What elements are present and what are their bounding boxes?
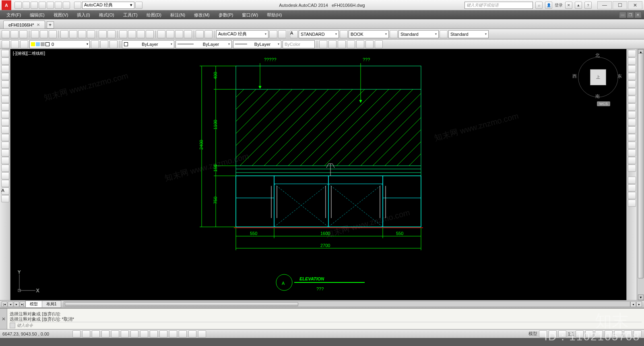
viewcube-east[interactable]: 东 bbox=[617, 73, 622, 79]
array-tool-icon[interactable] bbox=[628, 80, 636, 88]
tab-first-icon[interactable]: |◂ bbox=[2, 301, 7, 307]
tool-mlstyle-icon[interactable] bbox=[440, 30, 448, 38]
tool-cut-icon[interactable] bbox=[60, 30, 68, 38]
viewcube-face[interactable]: 上 bbox=[590, 69, 606, 85]
break-tool-icon[interactable] bbox=[628, 134, 636, 141]
tool-tablestyle-icon[interactable] bbox=[390, 30, 398, 38]
tpy-toggle-icon[interactable] bbox=[169, 330, 177, 338]
workspace-gear-icon[interactable] bbox=[74, 2, 81, 9]
gradient-tool-icon[interactable] bbox=[1, 165, 9, 172]
ucs-icon[interactable] bbox=[319, 40, 327, 48]
viewcube-north[interactable]: 北 bbox=[595, 52, 600, 58]
tool-props-icon[interactable] bbox=[157, 30, 165, 38]
layer-states-icon[interactable] bbox=[11, 40, 19, 48]
menu-edit[interactable]: 编辑(E) bbox=[26, 11, 49, 19]
textstyle-combo[interactable]: STANDARD▾ bbox=[299, 30, 339, 38]
layer-match-icon[interactable] bbox=[109, 40, 118, 48]
extend-tool-icon[interactable] bbox=[628, 126, 636, 134]
minimize-button[interactable]: — bbox=[597, 1, 612, 9]
qat-undo-icon[interactable] bbox=[55, 2, 62, 9]
rotate-tool-icon[interactable] bbox=[628, 96, 636, 103]
horizontal-scrollbar[interactable] bbox=[64, 301, 630, 307]
menu-view[interactable]: 视图(V) bbox=[50, 11, 72, 19]
ellipsearc-tool-icon[interactable] bbox=[1, 126, 9, 134]
drawing-canvas[interactable]: [-][俯视][二维线框] bbox=[10, 49, 626, 300]
tablestyle-combo[interactable]: Standard▾ bbox=[398, 30, 439, 38]
ucs-world-icon[interactable] bbox=[328, 40, 336, 48]
ucs-obj-icon[interactable] bbox=[356, 40, 364, 48]
point-tool-icon[interactable] bbox=[1, 149, 9, 157]
workspace-combo-2[interactable]: AutoCAD 经典▾ bbox=[216, 30, 268, 38]
ucs-icon-display[interactable]: YX bbox=[15, 270, 39, 295]
tool-copy-icon[interactable] bbox=[69, 30, 77, 38]
tool-zoomprev-icon[interactable] bbox=[137, 30, 145, 38]
chamfer-tool-icon[interactable] bbox=[628, 149, 636, 157]
color-combo[interactable]: ByLayer▾ bbox=[122, 40, 174, 48]
view-cube[interactable]: 上 北 南 西 东 bbox=[574, 53, 622, 101]
osnap-toggle-icon[interactable] bbox=[111, 330, 119, 338]
layer-prev-icon[interactable] bbox=[91, 40, 99, 48]
tool-paste-icon[interactable] bbox=[78, 30, 86, 38]
trim-tool-icon[interactable] bbox=[628, 119, 636, 126]
tool-tp-icon[interactable] bbox=[175, 30, 183, 38]
qat-open-icon[interactable] bbox=[23, 2, 30, 9]
model-space-label[interactable]: 模型 bbox=[528, 331, 537, 337]
explode-tool-icon[interactable] bbox=[628, 165, 636, 172]
osnap3d-toggle-icon[interactable] bbox=[121, 330, 129, 338]
tool-preview-icon[interactable] bbox=[40, 30, 48, 38]
coordinates-display[interactable]: 6647.23, 9043.50 , 0.00 bbox=[2, 332, 71, 336]
vertical-scrollbar[interactable]: ▲ ▼ bbox=[637, 49, 644, 300]
plotstyle-combo[interactable]: ByColor bbox=[283, 40, 315, 48]
stretch-tool-icon[interactable] bbox=[628, 111, 636, 118]
exchange-icon[interactable]: ✕ bbox=[565, 2, 572, 9]
qat-print-icon[interactable] bbox=[47, 2, 54, 9]
command-input[interactable]: 键入命令 bbox=[17, 323, 642, 328]
circle-tool-icon[interactable] bbox=[1, 96, 9, 103]
cmd-close-icon[interactable]: ✕ bbox=[0, 309, 7, 329]
hatch-tool-icon[interactable] bbox=[1, 157, 9, 164]
tool-ws-icon[interactable] bbox=[269, 30, 277, 38]
ucs-face-icon[interactable] bbox=[347, 40, 355, 48]
snap-toggle-icon[interactable] bbox=[72, 330, 80, 338]
viewcube-west[interactable]: 西 bbox=[572, 73, 577, 79]
tool-textstyle-icon[interactable]: A bbox=[290, 30, 298, 38]
ortho-toggle-icon[interactable] bbox=[92, 330, 100, 338]
tool-zoomwin-icon[interactable] bbox=[146, 30, 154, 38]
tool-publish-icon[interactable] bbox=[49, 30, 57, 38]
new-tab-button[interactable]: + bbox=[47, 21, 54, 29]
addselected-tool-icon[interactable] bbox=[1, 195, 9, 202]
tool-ssm-icon[interactable] bbox=[184, 30, 192, 38]
maximize-button[interactable]: ☐ bbox=[613, 1, 627, 9]
offset-tool-icon[interactable] bbox=[628, 73, 636, 80]
view-icon[interactable] bbox=[365, 40, 374, 48]
qat-saveas-icon[interactable] bbox=[39, 2, 46, 9]
list-tool-icon[interactable] bbox=[628, 192, 636, 199]
grid-toggle-icon[interactable] bbox=[82, 330, 90, 338]
help-search-input[interactable]: 键入关键字或短语 bbox=[464, 2, 533, 9]
region-tool-icon[interactable] bbox=[1, 172, 9, 179]
xline-tool-icon[interactable] bbox=[1, 58, 9, 65]
erase-tool-icon[interactable] bbox=[628, 50, 636, 57]
ucs-prev-icon[interactable] bbox=[338, 40, 346, 48]
mdi-close-button[interactable]: ✕ bbox=[634, 12, 642, 18]
document-tab[interactable]: eFH01066H* ✕ bbox=[3, 21, 45, 29]
qat-new-icon[interactable] bbox=[14, 2, 22, 9]
tool-qcalc-icon[interactable] bbox=[204, 30, 213, 38]
layer-props-icon[interactable] bbox=[2, 40, 10, 48]
qp-toggle-icon[interactable] bbox=[179, 330, 187, 338]
ellipse-tool-icon[interactable] bbox=[1, 119, 9, 126]
layer-filter-icon[interactable] bbox=[20, 40, 28, 48]
signin-button[interactable]: 👤 bbox=[545, 2, 552, 9]
copy-tool-icon[interactable] bbox=[628, 58, 636, 65]
menu-file[interactable]: 文件(F) bbox=[2, 11, 25, 19]
lwt-toggle-icon[interactable] bbox=[159, 330, 167, 338]
tool-undo-icon[interactable] bbox=[99, 30, 107, 38]
mlstyle-combo[interactable]: Standard▾ bbox=[448, 30, 489, 38]
hscroll-left-icon[interactable]: ◂ bbox=[630, 301, 636, 307]
tab-model[interactable]: 模型 bbox=[25, 301, 42, 308]
mtext-tool-icon[interactable]: A bbox=[1, 187, 9, 195]
tool-new-icon[interactable] bbox=[2, 30, 10, 38]
move-tool-icon[interactable] bbox=[628, 88, 636, 95]
tool-wslock-icon[interactable] bbox=[278, 30, 286, 38]
scroll-thumb[interactable] bbox=[638, 53, 644, 278]
